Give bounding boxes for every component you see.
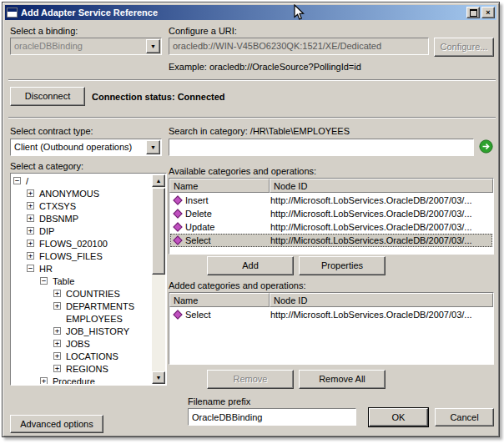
- category-tree[interactable]: −/+ANONYMOUS+CTXSYS+DBSNMP+DIP+FLOWS_020…: [10, 173, 167, 386]
- add-button[interactable]: Add: [207, 256, 294, 275]
- contract-type-combobox[interactable]: Client (Outbound operations) ▼: [10, 139, 162, 156]
- title-bar[interactable]: Add Adapter Service Reference ×: [5, 5, 496, 20]
- binding-combobox[interactable]: oracleDBBinding ▼: [10, 38, 162, 55]
- tree-vertical-scrollbar[interactable]: ▲ ▼: [152, 174, 165, 384]
- tree-item-table[interactable]: −Table: [12, 275, 152, 287]
- operation-name: Select: [184, 235, 270, 245]
- properties-button[interactable]: Properties: [299, 256, 386, 275]
- tree-item-label: /: [24, 176, 30, 186]
- tree-item-label: JOB_HISTORY: [64, 326, 131, 336]
- tree-item-label: JOBS: [64, 339, 92, 349]
- expand-icon[interactable]: +: [53, 365, 61, 372]
- added-list-body: Selecthttp://Microsoft.LobServices.Oracl…: [170, 308, 492, 363]
- search-go-icon[interactable]: [479, 139, 493, 154]
- add-adapter-service-reference-dialog: Add Adapter Service Reference × Select a…: [2, 2, 500, 437]
- search-in-category-label: Search in category: /HR\Table\EMPLOYEES: [169, 126, 350, 136]
- tree-item-jobs[interactable]: +JOBS: [12, 337, 152, 350]
- uri-example: Example: oracledb://OracleSource?Polling…: [169, 62, 361, 72]
- select-category-label: Select a category:: [10, 161, 83, 171]
- uri-label: Configure a URI:: [169, 26, 237, 36]
- expand-icon[interactable]: +: [27, 252, 34, 260]
- column-header-node-id[interactable]: Node ID: [270, 179, 493, 193]
- collapse-icon[interactable]: −: [27, 265, 34, 272]
- expand-icon[interactable]: +: [53, 340, 61, 347]
- method-icon: [172, 209, 184, 219]
- remove-all-button[interactable]: Remove All: [299, 370, 386, 389]
- tree-item-label: DBSNMP: [38, 214, 80, 224]
- available-operation-row-delete[interactable]: Deletehttp://Microsoft.LobServices.Oracl…: [170, 207, 492, 220]
- tree-item-employees[interactable]: EMPLOYEES: [12, 312, 152, 325]
- expand-icon[interactable]: +: [53, 352, 61, 360]
- operation-node-id: http://Microsoft.LobServices.OracleDB/20…: [270, 195, 492, 205]
- close-icon: ×: [486, 9, 490, 17]
- column-header-node-id[interactable]: Node ID: [270, 293, 493, 307]
- chevron-down-icon[interactable]: ▼: [146, 39, 160, 53]
- scroll-thumb[interactable]: [152, 188, 165, 275]
- tree-item-departments[interactable]: +DEPARTMENTS: [12, 300, 152, 312]
- column-header-name[interactable]: Name: [169, 293, 270, 307]
- tree-item-job-history[interactable]: +JOB_HISTORY: [12, 325, 152, 337]
- tree-item-label: DEPARTMENTS: [64, 301, 136, 311]
- separator: [8, 79, 496, 81]
- expand-icon[interactable]: +: [27, 240, 34, 247]
- tree-item-flows-files[interactable]: +FLOWS_FILES: [12, 250, 152, 262]
- collapse-icon[interactable]: −: [40, 277, 48, 285]
- maximize-button[interactable]: [466, 7, 480, 18]
- maximize-icon: [470, 9, 477, 17]
- cancel-button[interactable]: Cancel: [435, 408, 494, 426]
- expand-icon[interactable]: +: [27, 227, 34, 235]
- expand-icon[interactable]: +: [27, 214, 34, 222]
- expand-icon[interactable]: +: [27, 189, 34, 197]
- expand-icon[interactable]: +: [40, 377, 48, 384]
- tree-item-label: COUNTRIES: [64, 289, 122, 299]
- configure-button[interactable]: Configure...: [434, 38, 494, 57]
- filename-prefix-label: Filename prefix: [188, 396, 250, 406]
- separator: [8, 117, 496, 119]
- connection-status: Connection status: Connected: [92, 92, 225, 102]
- tree-item-regions[interactable]: +REGIONS: [12, 362, 152, 375]
- scroll-down-icon[interactable]: ▼: [152, 371, 165, 384]
- tree-item-dbsnmp[interactable]: +DBSNMP: [12, 212, 152, 225]
- window-title: Add Adapter Service Reference: [21, 8, 465, 18]
- available-operations-list[interactable]: Name Node ID Inserthttp://Microsoft.LobS…: [169, 178, 494, 255]
- close-button[interactable]: ×: [481, 7, 495, 18]
- tree-item-locations[interactable]: +LOCATIONS: [12, 350, 152, 362]
- scroll-up-icon[interactable]: ▲: [152, 174, 165, 187]
- uri-field[interactable]: oracledb://WIN-V45BO6230QK:1521/XE/Dedic…: [169, 38, 429, 55]
- operation-node-id: http://Microsoft.LobServices.OracleDB/20…: [270, 310, 492, 320]
- filename-prefix-input[interactable]: [188, 408, 356, 426]
- tree-item-ctxsys[interactable]: +CTXSYS: [12, 199, 152, 212]
- available-operation-row-insert[interactable]: Inserthttp://Microsoft.LobServices.Oracl…: [170, 194, 492, 207]
- tree-item-root[interactable]: −/: [12, 174, 152, 187]
- tree-item-label: Table: [51, 276, 76, 286]
- expand-icon[interactable]: +: [27, 202, 34, 209]
- expand-icon[interactable]: +: [53, 327, 61, 335]
- tree-item-label: REGIONS: [64, 364, 110, 374]
- tree-item-label: DIP: [38, 226, 56, 236]
- added-operations-list[interactable]: Name Node ID Selecthttp://Microsoft.LobS…: [169, 292, 494, 365]
- column-header-name[interactable]: Name: [169, 179, 270, 193]
- ok-button[interactable]: OK: [369, 408, 428, 426]
- operation-name: Update: [184, 222, 270, 232]
- chevron-down-icon[interactable]: ▼: [146, 140, 160, 154]
- tree-item-flows-020100[interactable]: +FLOWS_020100: [12, 237, 152, 250]
- available-operation-row-select[interactable]: Selecthttp://Microsoft.LobServices.Oracl…: [170, 234, 492, 247]
- binding-label: Select a binding:: [10, 26, 78, 36]
- search-input[interactable]: [169, 139, 474, 156]
- expand-icon[interactable]: +: [53, 290, 61, 297]
- advanced-options-button[interactable]: Advanced options: [10, 415, 103, 433]
- added-operation-row-select[interactable]: Selecthttp://Microsoft.LobServices.Oracl…: [170, 308, 492, 321]
- operation-name: Select: [184, 310, 270, 320]
- tree-item-countries[interactable]: +COUNTRIES: [12, 287, 152, 300]
- tree-item-hr[interactable]: −HR: [12, 262, 152, 275]
- tree-item-anonymous[interactable]: +ANONYMOUS: [12, 187, 152, 199]
- collapse-icon[interactable]: −: [13, 177, 21, 184]
- expand-icon[interactable]: +: [53, 302, 61, 310]
- tree-item-dip[interactable]: +DIP: [12, 225, 152, 237]
- disconnect-button[interactable]: Disconnect: [10, 87, 85, 106]
- operation-name: Delete: [184, 209, 270, 219]
- available-operation-row-update[interactable]: Updatehttp://Microsoft.LobServices.Oracl…: [170, 220, 492, 234]
- remove-button[interactable]: Remove: [207, 370, 294, 389]
- tree-item-procedure[interactable]: +Procedure: [12, 375, 152, 384]
- tree-item-label: EMPLOYEES: [64, 314, 124, 324]
